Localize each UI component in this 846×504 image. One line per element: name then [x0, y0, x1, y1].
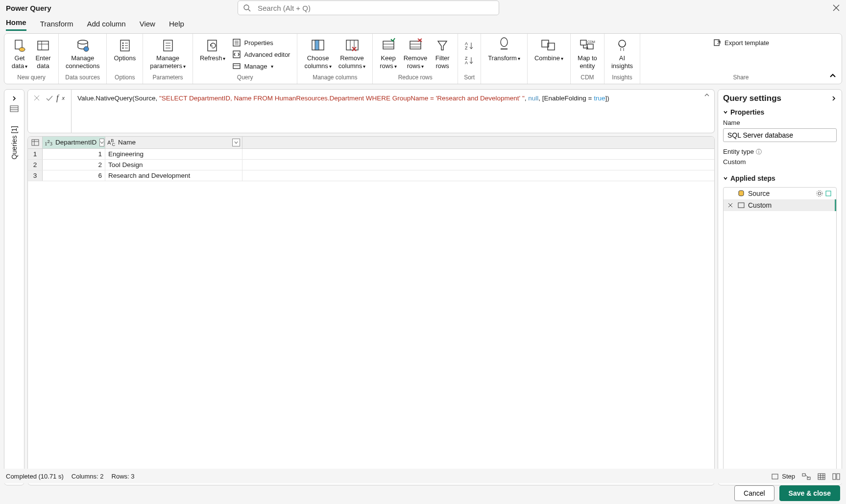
cell-departmentid[interactable]: 1	[43, 149, 105, 159]
advanced-editor-button[interactable]: Advanced editor	[229, 48, 293, 60]
svg-point-0	[244, 5, 249, 10]
cell-name[interactable]: Research and Development	[105, 170, 242, 181]
formula-collapse-button[interactable]	[703, 92, 710, 98]
group-label: Parameters	[153, 72, 183, 84]
ribbon-group: CDMMap toentityCDM	[571, 34, 604, 84]
sort-asc-button[interactable]: AZ	[462, 40, 477, 51]
row-number[interactable]: 1	[28, 149, 43, 159]
column-filter-button[interactable]	[232, 139, 240, 146]
sort-asc-icon: AZ	[464, 41, 475, 50]
column-header-name[interactable]: ABC Name	[105, 137, 242, 148]
formula-bar: fx Value.NativeQuery(Source, "SELECT Dep…	[27, 89, 715, 133]
properties-section-header[interactable]: Properties	[723, 108, 837, 116]
svg-rect-69	[32, 140, 39, 145]
query-name-input[interactable]	[723, 128, 837, 142]
cell-name[interactable]: Tool Design	[105, 160, 242, 170]
combine-button[interactable]: Combine▾	[532, 37, 566, 63]
schema-view-button[interactable]	[832, 473, 840, 480]
column-filter-button[interactable]	[99, 139, 104, 146]
step-extra-button[interactable]	[825, 190, 832, 197]
dialog-footer: Cancel Save & close	[734, 485, 840, 501]
enter-data-button[interactable]: Enterdata	[32, 37, 54, 70]
delete-step-button[interactable]	[726, 203, 734, 208]
column-header-departmentid[interactable]: 123 DepartmentID	[43, 137, 105, 148]
keep-rows-button[interactable]: Keeprows▾	[377, 37, 399, 71]
get-data-icon	[11, 37, 28, 54]
queries-panel-collapsed: Queries [1]	[4, 89, 24, 485]
remove-rows-button[interactable]: Removerows▾	[401, 37, 430, 71]
manage-parameters-button[interactable]: Manageparameters▾	[147, 37, 189, 71]
group-label: Share	[733, 72, 749, 84]
tab-view[interactable]: View	[140, 20, 155, 31]
svg-rect-32	[346, 40, 358, 50]
cancel-button[interactable]: Cancel	[734, 485, 774, 501]
enter-data-icon	[35, 37, 51, 54]
cell-departmentid[interactable]: 6	[43, 170, 105, 181]
queries-label[interactable]: Queries [1]	[10, 122, 18, 163]
info-icon[interactable]: ⓘ	[756, 148, 762, 155]
remove-columns-button[interactable]: Removecolumns▾	[336, 37, 368, 71]
grid-select-all[interactable]	[28, 137, 43, 148]
applied-step-source[interactable]: Source	[724, 188, 836, 199]
group-label: Manage columns	[313, 72, 357, 84]
tab-home[interactable]: Home	[6, 18, 26, 31]
ribbon-collapse-button[interactable]	[827, 70, 839, 82]
ai-insights-button[interactable]: AIinsights	[608, 37, 636, 70]
step-settings-button[interactable]	[816, 190, 823, 197]
chevron-right-icon	[831, 96, 837, 101]
cell-departmentid[interactable]: 2	[43, 160, 105, 170]
refresh-button[interactable]: Refresh▾	[197, 37, 229, 63]
table-row[interactable]: 36Research and Development	[28, 170, 714, 181]
get-data-button[interactable]: Getdata▾	[8, 37, 31, 71]
grid-view-button[interactable]	[818, 473, 825, 480]
properties-button[interactable]: Properties	[229, 37, 293, 48]
row-number[interactable]: 3	[28, 170, 43, 181]
formula-accept-button[interactable]	[44, 93, 55, 103]
filter-rows-button[interactable]: Filterrows	[431, 37, 454, 70]
search-box[interactable]	[238, 0, 499, 15]
applied-step-custom[interactable]: Custom	[724, 199, 836, 211]
window-close-button[interactable]	[830, 2, 842, 14]
export-template-button[interactable]: Export template	[710, 37, 772, 48]
tab-transform[interactable]: Transform	[40, 20, 73, 31]
save-close-button[interactable]: Save & close	[779, 485, 840, 501]
remove-cols-icon	[342, 37, 362, 54]
search-input[interactable]	[257, 3, 494, 13]
svg-rect-40	[410, 41, 421, 49]
settings-expand-button[interactable]	[831, 96, 837, 101]
choose-columns-button[interactable]: Choosecolumns▾	[301, 37, 334, 71]
svg-rect-81	[807, 477, 810, 480]
formula-input[interactable]: Value.NativeQuery(Source, "SELECT Depart…	[72, 89, 715, 133]
tab-add-column[interactable]: Add column	[87, 20, 125, 31]
formula-cancel-button[interactable]	[31, 93, 43, 103]
row-number[interactable]: 2	[28, 160, 43, 170]
svg-rect-80	[802, 474, 805, 476]
table-row[interactable]: 11Engineering	[28, 149, 714, 160]
choose-cols-icon	[308, 37, 328, 54]
cell-name[interactable]: Engineering	[105, 149, 242, 159]
diagram-view-button[interactable]	[802, 473, 811, 480]
tab-help[interactable]: Help	[169, 20, 184, 31]
svg-line-63	[717, 41, 720, 44]
data-preview-grid[interactable]: 123 DepartmentID ABC Name 11Engineering2…	[27, 136, 715, 485]
keep-rows-icon	[380, 37, 397, 54]
ribbon-group: Refresh▾PropertiesAdvanced editorManage▾…	[193, 34, 297, 84]
svg-point-14	[122, 48, 123, 49]
svg-text:CDM: CDM	[587, 40, 595, 44]
editor-icon	[232, 50, 241, 59]
transform-button[interactable]: Transform▾	[485, 37, 523, 63]
map-to-entity-button[interactable]: CDMMap toentity	[575, 37, 600, 70]
sort-desc-button[interactable]: ZA	[462, 54, 477, 66]
svg-rect-37	[383, 41, 394, 49]
options-button[interactable]: Options	[111, 37, 139, 62]
manage-connections-button[interactable]: Manageconnections	[63, 37, 102, 70]
svg-text:Z: Z	[465, 46, 468, 50]
export-icon	[713, 38, 722, 47]
manage-button[interactable]: Manage▾	[229, 60, 293, 72]
queries-expand-button[interactable]	[8, 94, 20, 103]
applied-steps-header[interactable]: Applied steps	[723, 174, 837, 182]
step-indicator[interactable]: Step	[771, 473, 795, 480]
svg-point-5	[19, 48, 25, 51]
sheet-icon	[825, 190, 832, 197]
table-row[interactable]: 22Tool Design	[28, 160, 714, 170]
